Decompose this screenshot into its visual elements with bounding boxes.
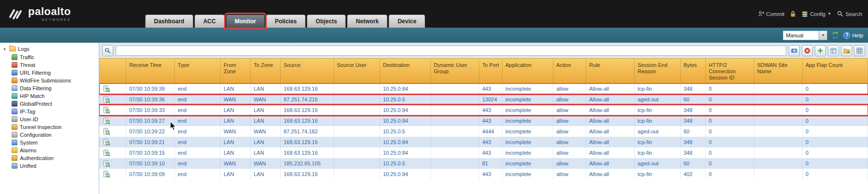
apply-filter-button[interactable] — [789, 45, 800, 56]
sidebar-item-alarms[interactable]: Alarms — [12, 146, 99, 154]
log-detail-icon[interactable] — [103, 107, 110, 114]
tab-dashboard[interactable]: Dashboard — [145, 15, 193, 28]
log-cell-receive-time: 07/30 10:39:36 — [126, 94, 175, 105]
sidebar-item-user-id[interactable]: User-ID — [12, 115, 99, 123]
column-header-source[interactable]: Source — [281, 59, 334, 83]
commit-button[interactable]: Commit — [758, 11, 785, 17]
log-cell-to-zone: LAN — [251, 83, 281, 94]
resolve-hostname-button[interactable] — [854, 45, 865, 56]
sidebar-item-system[interactable]: System — [12, 139, 99, 146]
column-header-action[interactable]: Action — [553, 59, 586, 83]
log-cell-source-user — [334, 105, 380, 115]
tab-device[interactable]: Device — [389, 15, 425, 28]
log-filter-input[interactable] — [116, 46, 786, 56]
table-row[interactable]: 07/30 10:39:39endLANLAN168.63.129.1610.2… — [99, 83, 868, 94]
filter-builder-button[interactable] — [828, 45, 839, 56]
export-icon — [843, 48, 850, 54]
tab-objects[interactable]: Objects — [307, 15, 346, 28]
log-detail-icon[interactable] — [103, 128, 110, 135]
filter-bar — [99, 43, 868, 58]
log-cell-type: end — [175, 158, 221, 169]
log-detail-icon[interactable] — [103, 171, 110, 178]
log-detail-icon[interactable] — [103, 149, 110, 157]
column-header-session-end-reason[interactable]: Session End Reason — [635, 59, 681, 83]
column-header-http-2-connection-session-id[interactable]: HTTP/2 Connection Session ID — [706, 59, 754, 83]
column-header-to-port[interactable]: To Port — [479, 59, 503, 83]
sidebar-item-unified[interactable]: Unified — [12, 162, 99, 170]
log-cell-http-2-connection-session-id: 0 — [706, 94, 754, 105]
config-button[interactable]: Config ▼ — [802, 11, 831, 17]
lock-icon[interactable] — [790, 11, 796, 17]
log-cell-receive-time: 07/30 10:39:33 — [126, 105, 175, 115]
tab-policies[interactable]: Policies — [266, 15, 305, 28]
table-row[interactable]: 07/30 10:39:10endWANWAN185.232.65.10510.… — [99, 158, 868, 169]
table-row[interactable]: 07/30 10:39:36endWANWAN87.251.74.21610.2… — [99, 94, 868, 105]
clear-filter-button[interactable] — [802, 45, 813, 56]
table-row[interactable]: 07/30 10:39:33endLANLAN168.63.129.1610.2… — [99, 105, 868, 115]
sidebar-item-authentication[interactable]: Authentication — [12, 154, 99, 162]
log-cell-source: 168.63.129.16 — [281, 83, 334, 94]
column-header-rule[interactable]: Rule — [586, 59, 635, 83]
help-button[interactable]: ? Help — [843, 32, 863, 39]
log-detail-icon[interactable] — [103, 85, 110, 93]
table-row[interactable]: 07/30 10:39:21endLANLAN168.63.129.1610.2… — [99, 137, 868, 147]
column-header-source-user[interactable]: Source User — [334, 59, 380, 83]
logs-tree-root[interactable]: ▼ Logs — [0, 45, 99, 53]
log-cell-source: 87.251.74.216 — [281, 94, 334, 105]
table-row[interactable]: 07/30 10:39:15endLANLAN168.63.129.1610.2… — [99, 147, 868, 158]
brand-name: paloalto — [28, 6, 71, 17]
refresh-mode-select[interactable]: Manual ▼ — [783, 31, 827, 40]
table-row[interactable]: 07/30 10:39:09endLANLAN168.63.129.1610.2… — [99, 169, 868, 179]
column-header-dynamic-user-group[interactable]: Dynamic User Group — [431, 59, 479, 83]
tab-acc[interactable]: ACC — [195, 15, 225, 28]
tab-monitor[interactable]: Monitor — [226, 15, 265, 28]
log-cell-sdwan-site-name — [754, 126, 803, 137]
log-cell-application: incomplete — [503, 158, 553, 169]
log-cell-http-2-connection-session-id: 0 — [706, 105, 754, 115]
log-detail-icon[interactable] — [103, 139, 110, 146]
sidebar-item-tunnel-inspection[interactable]: Tunnel Inspection — [12, 123, 99, 131]
column-header-application[interactable]: Application — [503, 59, 553, 83]
sidebar-item-globalprotect[interactable]: GlobalProtect — [12, 100, 99, 108]
search-icon — [837, 11, 843, 17]
table-row[interactable]: 07/30 10:39:22endWANWAN87.251.74.18210.2… — [99, 126, 868, 137]
log-cell-session-end-reason: aged-out — [635, 94, 681, 105]
tab-network[interactable]: Network — [347, 15, 387, 28]
column-header-type[interactable]: Type — [175, 59, 221, 83]
sidebar-item-configuration[interactable]: Configuration — [12, 131, 99, 139]
log-detail-icon[interactable] — [103, 117, 110, 125]
sidebar-item-ip-tag[interactable]: IP-Tag — [12, 108, 99, 115]
sidebar-item-traffic[interactable]: Traffic — [12, 53, 99, 61]
log-cell-session-end-reason: tcp-fin — [635, 137, 681, 147]
brand-logo: paloalto NETWORKS — [7, 5, 71, 23]
column-header-app-flap-count[interactable]: App Flap Count — [803, 59, 868, 83]
filter-buttons — [789, 45, 865, 56]
sidebar-item-data-filtering[interactable]: Data Filtering — [12, 84, 99, 92]
column-header-sdwan-site-name[interactable]: SDWAN Site Name — [754, 59, 803, 83]
sidebar-item-wildfire-submissions[interactable]: WildFire Submissions — [12, 77, 99, 84]
log-cell-rule: Allow-all — [586, 115, 635, 126]
filter-search-button[interactable] — [102, 45, 113, 56]
log-cell-from-zone: WAN — [221, 94, 251, 105]
table-row[interactable]: 07/30 10:39:27endLANLAN168.63.129.1610.2… — [99, 115, 868, 126]
sidebar-item-label: Data Filtering — [20, 85, 51, 91]
log-detail-icon[interactable] — [103, 160, 110, 167]
sidebar-item-label: Configuration — [20, 132, 51, 138]
log-cell-to-zone: LAN — [251, 105, 281, 115]
tree-expander-icon[interactable]: ▼ — [3, 48, 7, 51]
export-logs-button[interactable] — [841, 45, 852, 56]
sidebar-item-url-filtering[interactable]: URL Filtering — [12, 69, 99, 77]
column-header-from-zone[interactable]: From Zone — [221, 59, 251, 83]
sidebar-item-threat[interactable]: Threat — [12, 61, 99, 69]
column-header-to-zone[interactable]: To Zone — [251, 59, 281, 83]
column-header-receive-time[interactable]: Receive Time — [126, 59, 175, 83]
refresh-icon[interactable] — [831, 31, 839, 39]
log-cell-source-user — [334, 147, 380, 158]
log-cell-http-2-connection-session-id: 0 — [706, 115, 754, 126]
search-button[interactable]: Search — [837, 11, 862, 17]
add-filter-button[interactable] — [815, 45, 826, 56]
column-header-destination[interactable]: Destination — [380, 59, 431, 83]
column-header-bytes[interactable]: Bytes — [681, 59, 706, 83]
sidebar-item-hip-match[interactable]: HIP Match — [12, 92, 99, 100]
log-detail-icon[interactable] — [103, 96, 110, 103]
